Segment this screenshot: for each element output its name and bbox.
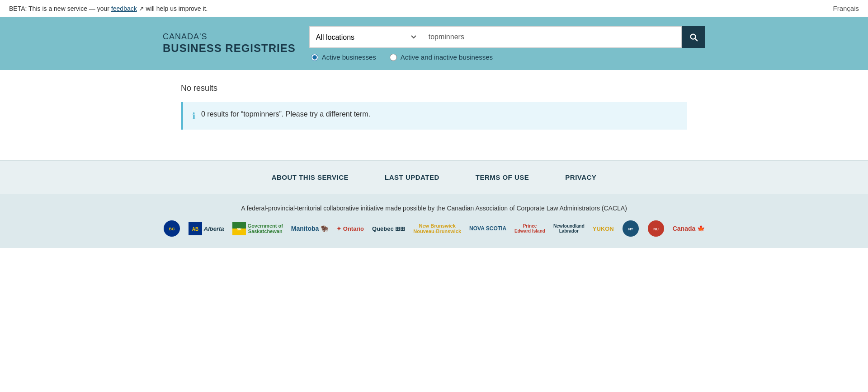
nl-logo: NewfoundlandLabrador bbox=[553, 220, 585, 237]
feedback-link[interactable]: feedback bbox=[111, 5, 137, 12]
qc-logo: Québec ⊞⊞ bbox=[372, 220, 405, 237]
nb-logo: New BrunswickNouveau-Brunswick bbox=[413, 220, 461, 237]
footer-about-link[interactable]: ABOUT THIS SERVICE bbox=[272, 173, 349, 181]
site-title-bottom: BUSINESS REGISTRIES bbox=[163, 42, 296, 55]
info-box: ℹ 0 results for “topminners”. Please try… bbox=[181, 102, 687, 130]
radio-active-inactive[interactable] bbox=[390, 54, 397, 61]
info-message: 0 results for “topminners”. Please try a… bbox=[201, 110, 370, 118]
external-link-icon: ↗ bbox=[137, 5, 144, 12]
bc-logo: BC bbox=[163, 220, 180, 237]
svg-text:BC: BC bbox=[169, 227, 175, 231]
search-button[interactable] bbox=[682, 26, 705, 48]
footer-terms-link[interactable]: TERMS OF USE bbox=[476, 173, 529, 181]
header: CANADA'S BUSINESS REGISTRIES All locatio… bbox=[0, 17, 868, 70]
main-content: No results ℹ 0 results for “topminners”.… bbox=[163, 70, 705, 160]
footer-logos-text: A federal-provincial-territorial collabo… bbox=[18, 205, 850, 212]
ab-logo: AB Alberta bbox=[189, 220, 224, 237]
logos-row: BC AB Alberta SK Government ofSaskatc bbox=[18, 220, 850, 237]
svg-text:NT: NT bbox=[628, 227, 633, 231]
nt-logo: NT bbox=[622, 220, 639, 237]
ns-logo: NOVA SCOTIA bbox=[469, 220, 506, 237]
svg-text:NU: NU bbox=[653, 227, 659, 231]
beta-banner: BETA: This is a new service — your feedb… bbox=[0, 0, 868, 17]
site-title-top: CANADA'S bbox=[163, 32, 296, 42]
info-icon: ℹ bbox=[192, 111, 196, 121]
francais-link[interactable]: Français bbox=[833, 5, 859, 12]
search-area: All locations British Columbia Alberta S… bbox=[309, 26, 705, 61]
pei-logo: PrinceEdward Island bbox=[514, 220, 545, 237]
footer-privacy-link[interactable]: PRIVACY bbox=[565, 173, 596, 181]
yk-logo: YUKON bbox=[593, 220, 614, 237]
svg-text:SK: SK bbox=[236, 227, 241, 231]
footer-logos: A federal-provincial-territorial collabo… bbox=[0, 194, 868, 248]
canada-logo: Canada 🍁 bbox=[673, 220, 705, 237]
no-results-heading: No results bbox=[181, 84, 687, 93]
svg-text:AB: AB bbox=[192, 227, 198, 232]
radio-active-inactive-label[interactable]: Active and inactive businesses bbox=[390, 53, 493, 61]
radio-group: Active businesses Active and inactive bu… bbox=[309, 53, 705, 61]
on-logo: ✦ Ontario bbox=[336, 220, 364, 237]
nu-logo: NU bbox=[647, 220, 665, 237]
footer-nav: ABOUT THIS SERVICE LAST UPDATED TERMS OF… bbox=[0, 160, 868, 194]
footer-last-updated-link[interactable]: LAST UPDATED bbox=[385, 173, 439, 181]
location-select[interactable]: All locations British Columbia Alberta S… bbox=[309, 26, 422, 48]
sk-logo: SK Government ofSaskatchewan bbox=[232, 220, 283, 237]
search-icon bbox=[689, 32, 698, 42]
beta-text: BETA: This is a new service — your feedb… bbox=[9, 5, 208, 12]
site-title: CANADA'S BUSINESS REGISTRIES bbox=[163, 32, 296, 55]
mb-logo: Manitoba 🦬 bbox=[291, 220, 328, 237]
search-input[interactable] bbox=[422, 26, 682, 48]
radio-active[interactable] bbox=[311, 54, 318, 61]
radio-active-label[interactable]: Active businesses bbox=[311, 53, 376, 61]
search-row: All locations British Columbia Alberta S… bbox=[309, 26, 705, 48]
